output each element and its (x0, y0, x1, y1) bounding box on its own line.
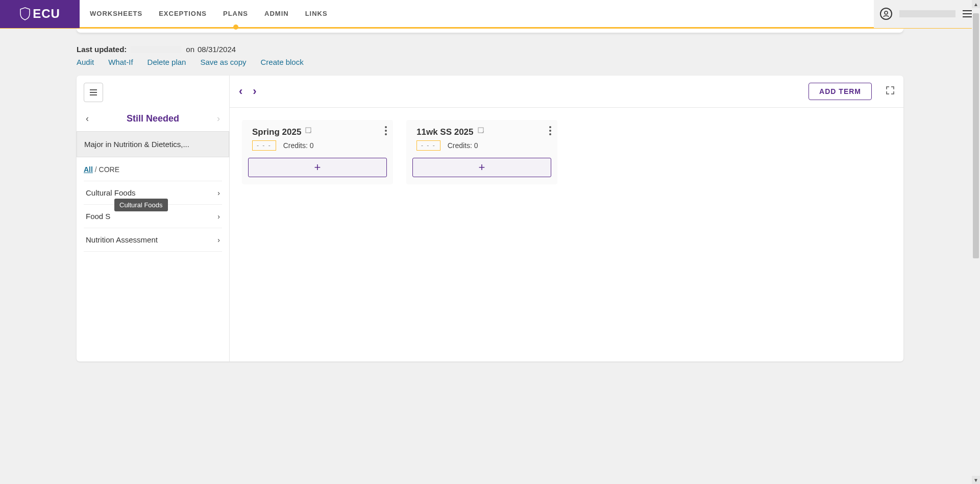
action-create-block[interactable]: Create block (261, 58, 304, 66)
last-updated-date: 08/31/2024 (198, 45, 236, 54)
app-header: ECU WORKSHEETSEXCEPTIONSPLANSADMINLINKS (0, 0, 980, 29)
chevron-right-icon: › (217, 236, 220, 244)
plan-action-links: AuditWhat-IfDelete planSave as copyCreat… (77, 58, 903, 66)
terms-next-icon[interactable]: › (253, 85, 256, 98)
brand-logo[interactable]: ECU (0, 0, 80, 28)
terms-prev-icon[interactable]: ‹ (239, 85, 242, 98)
chevron-right-icon: › (217, 212, 220, 221)
add-term-button[interactable]: ADD TERM (808, 83, 872, 100)
sidebar-prev-icon[interactable]: ‹ (86, 113, 89, 124)
requirement-item[interactable]: Cultural Foods›Cultural Foods (84, 181, 222, 205)
filter-sep: / (95, 165, 97, 174)
term-title: 11wk SS 2025 (416, 127, 474, 137)
requirement-tooltip: Cultural Foods (114, 199, 168, 211)
requirement-item[interactable]: Nutrition Assessment› (84, 228, 222, 252)
term-status-box: - - - (416, 140, 440, 151)
svg-rect-2 (478, 128, 483, 133)
plan-main-card: ‹ Still Needed › Major in Nutrition & Di… (77, 76, 903, 361)
term-more-icon[interactable] (385, 126, 387, 135)
requirements-panel: ‹ Still Needed › Major in Nutrition & Di… (77, 76, 230, 361)
panel-menu-button[interactable] (84, 83, 103, 102)
action-what-if[interactable]: What-If (108, 58, 133, 66)
requirement-label: Food S (86, 212, 110, 221)
nav-tab-plans[interactable]: PLANS (223, 0, 248, 28)
scroll-thumb[interactable] (973, 13, 979, 258)
nav-tab-admin[interactable]: ADMIN (264, 0, 289, 28)
term-credits: Credits: 0 (283, 141, 314, 150)
action-audit[interactable]: Audit (77, 58, 94, 66)
note-icon[interactable] (478, 127, 484, 135)
terms-panel: ‹ › ADD TERM Spring 2025- - -Credits: 0+… (230, 76, 903, 361)
requirement-list: Cultural Foods›Cultural FoodsFood S›Nutr… (84, 181, 222, 252)
brand-text: ECU (33, 7, 60, 21)
svg-rect-1 (306, 128, 311, 133)
filter-all[interactable]: All (84, 165, 93, 174)
expand-panel-icon[interactable] (886, 86, 894, 96)
action-delete-plan[interactable]: Delete plan (148, 58, 186, 66)
user-name (899, 10, 955, 17)
last-updated-row: Last updated: on 08/31/2024 (77, 45, 903, 54)
sidebar-title: Still Needed (127, 113, 179, 124)
requirement-filter-breadcrumb: All / CORE (77, 162, 229, 181)
term-card: 11wk SS 2025- - -Credits: 0+ (406, 120, 557, 184)
major-block-label[interactable]: Major in Nutrition & Dietetics,... (77, 131, 229, 157)
filter-core: CORE (99, 165, 119, 174)
header-shadow-card (77, 29, 903, 33)
sidebar-next-icon: › (217, 113, 220, 124)
on-word: on (186, 45, 194, 54)
term-title: Spring 2025 (252, 127, 301, 137)
updated-by-redacted (131, 46, 182, 53)
add-course-button[interactable]: + (248, 158, 387, 177)
scroll-up-icon[interactable]: ▲ (972, 0, 980, 8)
chevron-right-icon: › (217, 189, 220, 197)
requirement-label: Nutrition Assessment (86, 235, 158, 244)
note-icon[interactable] (305, 127, 311, 135)
nav-tab-links[interactable]: LINKS (305, 0, 328, 28)
requirement-label: Cultural Foods (86, 188, 136, 197)
term-credits: Credits: 0 (448, 141, 478, 150)
page-scrollbar[interactable]: ▲ ▼ (972, 0, 980, 372)
add-course-button[interactable]: + (412, 158, 551, 177)
nav-tab-worksheets[interactable]: WORKSHEETS (90, 0, 142, 28)
user-avatar-icon[interactable] (880, 8, 892, 20)
terms-row: Spring 2025- - -Credits: 0+11wk SS 2025-… (230, 108, 903, 197)
shield-icon (19, 7, 31, 20)
header-user-area (874, 0, 980, 28)
term-card: Spring 2025- - -Credits: 0+ (242, 120, 393, 184)
svg-point-0 (885, 11, 888, 14)
action-save-as-copy[interactable]: Save as copy (200, 58, 246, 66)
term-more-icon[interactable] (549, 126, 551, 135)
term-status-box: - - - (252, 140, 276, 151)
primary-nav: WORKSHEETSEXCEPTIONSPLANSADMINLINKS (80, 0, 328, 28)
nav-tab-exceptions[interactable]: EXCEPTIONS (159, 0, 207, 28)
last-updated-label: Last updated: (77, 45, 127, 54)
